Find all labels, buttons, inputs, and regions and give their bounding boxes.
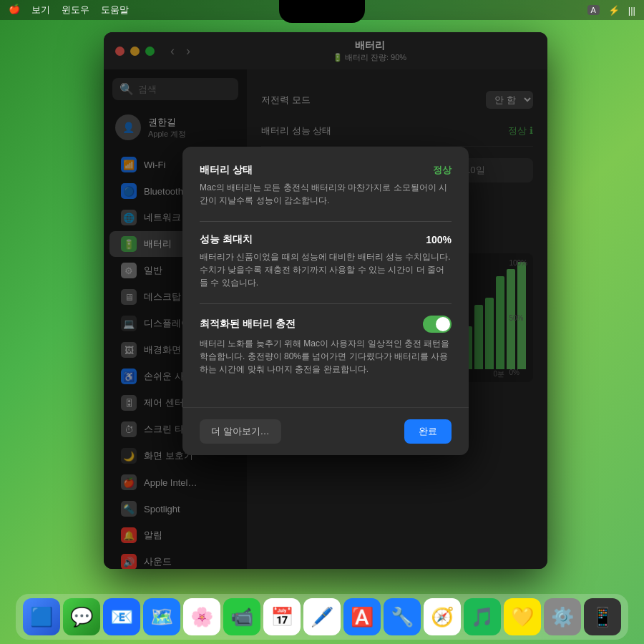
dialog-section-charging: 최적화된 배터리 충전 배터리 노화를 늦추기 위해 Mac이 사용자의 일상적… (200, 316, 452, 376)
dock-calendar[interactable]: 📅 (263, 598, 301, 635)
dock-iphone[interactable]: 📱 (584, 598, 621, 635)
dialog-perf-title: 성능 최대치 (200, 233, 253, 246)
dock-spotify[interactable]: 🎵 (464, 598, 501, 635)
menu-view[interactable]: 보기 (31, 4, 50, 16)
divider-1 (200, 221, 452, 222)
menu-help[interactable]: 도움말 (101, 4, 129, 16)
battery-status-dialog: 배터리 상태 정상 Mac의 배터리는 모든 충전식 배터리와 마찬가지로 소모… (182, 147, 469, 455)
dock-settings[interactable]: ⚙️ (544, 598, 581, 635)
dialog-perf-title-row: 성능 최대치 100% (200, 233, 452, 246)
dock: 🟦 💬 📧 🗺️ 🌸 📹 📅 🖊️ 🅰️ 🔧 🧭 🎵 💛 ⚙️ 📱 (16, 594, 628, 640)
dialog-content: 배터리 상태 정상 Mac의 배터리는 모든 충전식 배터리와 마찬가지로 소모… (182, 147, 469, 407)
dialog-status-value: 정상 (433, 164, 452, 177)
dock-launchpad[interactable]: 🟦 (23, 598, 60, 635)
system-preferences-window: ‹ › 배터리 🔋 배터리 잔량: 90% 🔍 👤 권한길 Apple 계정 (104, 32, 547, 569)
dock-mail[interactable]: 📧 (103, 598, 140, 635)
menubar-control-icon[interactable]: ||| (628, 5, 635, 16)
dock-appstore[interactable]: 🅰️ (343, 598, 381, 635)
dialog-status-text: Mac의 배터리는 모든 충전식 배터리와 마찬가지로 소모될어이 시간이 지날… (200, 181, 452, 207)
dialog-perf-text: 배터리가 신품이었을 때의 성능에 대비한 배터리 성능 수치입니다. 수치가 … (200, 250, 452, 289)
dialog-charge-title-row: 최적화된 배터리 충전 (200, 316, 452, 333)
divider-2 (200, 303, 452, 304)
menubar-right: A ⚡ ||| (587, 5, 635, 16)
dock-photos[interactable]: 🌸 (183, 598, 220, 635)
done-button[interactable]: 완료 (404, 419, 452, 444)
dialog-status-title-row: 배터리 상태 정상 (200, 164, 452, 177)
menubar-a-icon: A (587, 5, 600, 15)
learn-more-button[interactable]: 더 알아보기… (200, 419, 281, 444)
menubar-left: 🍎 보기 윈도우 도움말 (9, 4, 129, 16)
dock-safari[interactable]: 🧭 (424, 598, 461, 635)
dialog-perf-value: 100% (426, 234, 452, 245)
dock-freeform[interactable]: 🖊️ (303, 598, 341, 635)
dialog-charge-title: 최적화된 배터리 충전 (200, 318, 296, 331)
dock-maps[interactable]: 🗺️ (143, 598, 180, 635)
dock-facetime[interactable]: 📹 (223, 598, 260, 635)
dialog-charge-text: 배터리 노화를 늦추기 위해 Mac이 사용자의 일상적인 충전 패턴을 학습합… (200, 337, 452, 376)
dialog-status-title: 배터리 상태 (200, 164, 253, 177)
dock-kakao[interactable]: 💛 (504, 598, 541, 635)
dialog-section-performance: 성능 최대치 100% 배터리가 신품이었을 때의 성능에 대비한 배터리 성능… (200, 233, 452, 289)
menubar-bluetooth-icon[interactable]: ⚡ (608, 5, 620, 16)
dialog-overlay: 배터리 상태 정상 Mac의 배터리는 모든 충전식 배터리와 마찬가지로 소모… (104, 32, 547, 569)
menu-window[interactable]: 윈도우 (62, 4, 89, 16)
optimized-charging-toggle[interactable] (423, 316, 452, 333)
dialog-section-status: 배터리 상태 정상 Mac의 배터리는 모든 충전식 배터리와 마찬가지로 소모… (200, 164, 452, 207)
dock-messages[interactable]: 💬 (63, 598, 100, 635)
dialog-footer: 더 알아보기… 완료 (182, 407, 469, 455)
menu-apple[interactable]: 🍎 (9, 4, 20, 16)
notch (279, 0, 365, 23)
dock-xcode[interactable]: 🔧 (384, 598, 421, 635)
